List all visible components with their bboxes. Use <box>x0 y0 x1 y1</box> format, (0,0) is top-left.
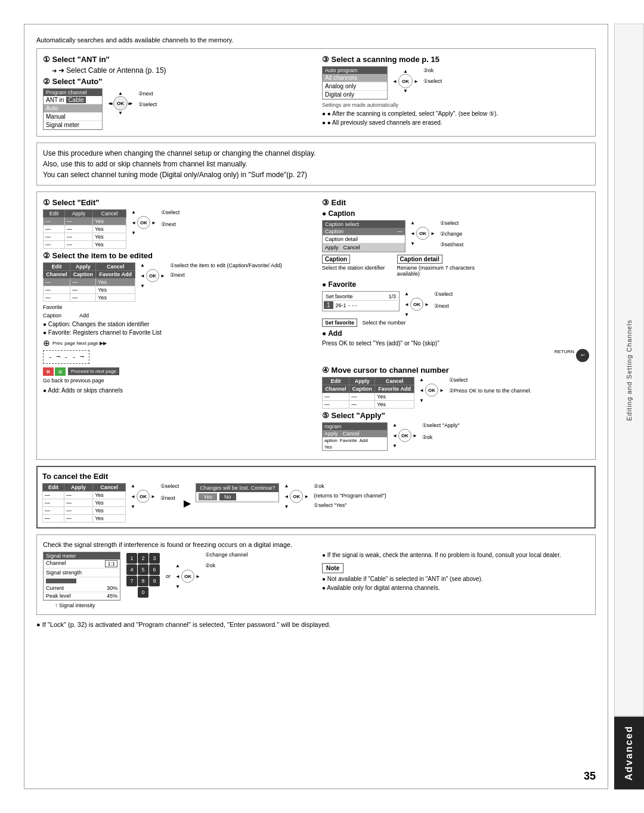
cell-4-2: — <box>64 241 92 249</box>
ok-btn-1[interactable]: OK <box>113 96 128 110</box>
ok-btn-11[interactable]: OK <box>181 570 194 583</box>
return-button[interactable]: ↩ <box>576 349 589 362</box>
step5-apply-ui: rogram Apply Cancel aption Favorite Add <box>322 422 388 451</box>
ant-in-row: ANT in Cable <box>44 96 102 104</box>
favorite-subtitle: ● Favorite <box>322 280 589 289</box>
peak-row: Peak level 45% <box>44 592 120 600</box>
ok-btn-8[interactable]: OK <box>398 429 411 442</box>
c-row-1: — — Yes <box>43 491 126 499</box>
num-3[interactable]: 3 <box>149 553 160 564</box>
weak-signal-note: ● If the signal is weak, check the anten… <box>322 552 589 558</box>
signal-intensity-label: ↑ Signal intensity <box>43 602 310 608</box>
caption-box: Caption Select the station identifier <box>322 255 385 277</box>
r-button[interactable]: R <box>43 367 54 376</box>
c-row-3: — — Yes <box>43 507 126 515</box>
t2r3c2: — <box>70 294 96 302</box>
step2-controls: ▲ ◄ OK ► ▼ <box>140 262 165 289</box>
no-btn[interactable]: No <box>219 493 236 500</box>
t2c3: Yes <box>96 279 135 286</box>
caption-detail-row: Caption detail <box>323 236 405 243</box>
num-5[interactable]: 5 <box>138 564 148 575</box>
step5-title: ⑤ Select "Apply" <box>322 411 589 420</box>
c-row-2: — — Yes <box>43 499 126 507</box>
ok-btn-3[interactable]: OK <box>137 216 150 229</box>
fav-row: 1 26-1 - - - <box>324 301 398 310</box>
auto-left-col: ① Select "ANT in" ➜ Select Cable or Ante… <box>43 55 310 130</box>
signal-header: Signal meter <box>44 552 120 559</box>
step2-annotations: ①select the item to edit (Caption/Favori… <box>170 262 282 278</box>
advanced-label: Advanced <box>614 716 644 789</box>
edit-intro-para3: You can select channel tuning mode (Digi… <box>43 171 589 179</box>
t2r2c1: — <box>44 286 70 294</box>
step2-group: Edit Apply Cancel Channel Caption Favori… <box>43 262 310 302</box>
ok-btn-9[interactable]: OK <box>137 490 150 503</box>
ok-btn-5[interactable]: OK <box>416 227 429 240</box>
cancel-table: Edit Apply Cancel — — Yes — <box>42 483 126 523</box>
ok-control-left: ▲ ◄ OK ► ▼ <box>107 91 134 116</box>
apply-ui: rogram Apply Cancel aption Favorite Add <box>322 422 388 451</box>
proceed-btn[interactable]: Proceed to next page <box>68 367 119 375</box>
ok-btn-10[interactable]: OK <box>290 490 303 503</box>
section-signal: Check the signal strength if interferenc… <box>36 534 596 615</box>
ok-btn-4[interactable]: OK <box>146 269 159 282</box>
table2-row-1: — — Yes <box>44 279 135 286</box>
yes-label: Yes <box>323 444 387 450</box>
cancel-program-table: Edit Apply Cancel — — Yes — <box>42 483 126 523</box>
section-auto-program: ① Select "ANT in" ➜ Select Cable or Ante… <box>36 48 596 137</box>
table-row-4: — — Yes <box>44 241 126 249</box>
cth-edit: Edit <box>43 484 64 491</box>
s4-row-2: — — Yes <box>323 401 414 409</box>
yes-btn[interactable]: Yes <box>199 493 217 500</box>
cell-2-3: Yes <box>93 225 126 233</box>
caption-subtitle: ● Caption <box>322 209 589 218</box>
current-row: Current 30% <box>44 585 120 592</box>
manual-right-col: ③ Edit ● Caption Caption select Caption … <box>322 198 589 453</box>
num-6[interactable]: 6 <box>149 564 160 575</box>
fav-annotations: ①select ②next <box>434 291 453 309</box>
auto-right-col: ③ Select a scanning mode p. 15 Auto prog… <box>322 55 589 130</box>
num-4[interactable]: 4 <box>126 564 137 575</box>
auto-two-col: ① Select "ANT in" ➜ Select Cable or Ante… <box>43 55 589 130</box>
auto-program-group: Auto program All channels Analog only Di… <box>322 66 589 100</box>
caption-desc: ● Caption: Changes the station identifie… <box>43 321 310 327</box>
num-8[interactable]: 8 <box>138 576 148 586</box>
arrow-up: ▲ <box>118 91 123 96</box>
cth-apply: Apply <box>64 484 93 491</box>
go-back-label: Go back to previous page <box>43 378 310 384</box>
annotations-right: ②ok ①select <box>423 67 442 84</box>
step5-controls: ▲ ◄ OK ► ▼ <box>392 422 417 449</box>
ok-btn-6[interactable]: OK <box>410 298 423 311</box>
manual-row: Manual <box>44 113 102 121</box>
step1-table: Edit Apply Cancel — — Yes <box>43 209 126 249</box>
signal-right: ● If the signal is weak, check the anten… <box>322 552 589 608</box>
signal-group: Signal meter Channel 1:1 Signal strength… <box>43 552 310 601</box>
g-button[interactable]: G <box>55 367 66 376</box>
section-cancel: To cancel the Edit Edit Apply Cancel — <box>36 466 596 528</box>
manual-step2-title: ② Select the item to be edited <box>43 251 310 260</box>
section-edit-intro: Use this procedure when changing the cha… <box>36 143 596 186</box>
program-channel-header: Program channel <box>44 89 102 96</box>
ok-btn-7[interactable]: OK <box>425 384 438 397</box>
cell-1-1: — <box>44 218 65 225</box>
right-arrow: ▶ <box>184 497 191 509</box>
step1-group: Edit Apply Cancel — — Yes <box>43 209 310 249</box>
top-instruction: Automatically searches and adds availabl… <box>36 36 596 44</box>
signal-left: Signal meter Channel 1:1 Signal strength… <box>43 552 310 608</box>
num-7[interactable]: 7 <box>126 576 137 586</box>
cancel-controls-2: ▲ ◄ OK ► ▼ <box>284 483 309 509</box>
ok-btn-2[interactable]: OK <box>398 74 413 88</box>
settings-auto-note: Settings are made automatically <box>322 102 589 108</box>
num-0[interactable]: 0 <box>138 587 148 598</box>
t2r2c3: Yes <box>96 286 135 294</box>
th-apply: Apply <box>64 210 92 218</box>
step2-title: ② Select "Auto" <box>43 77 310 86</box>
step3-title: ③ Select a scanning mode p. 15 <box>322 55 589 64</box>
not-available-note: ● Not available if "Cable" is selected i… <box>322 576 589 582</box>
num-9[interactable]: 9 <box>149 576 160 586</box>
content-area: Automatically searches and adds availabl… <box>24 24 608 789</box>
num-1[interactable]: 1 <box>126 553 137 564</box>
th-edit: Edit <box>44 210 65 218</box>
section-manual-edit: ① Select "Edit" Edit Apply Cancel <box>36 191 596 460</box>
num-2[interactable]: 2 <box>138 553 148 564</box>
manual-left-col: ① Select "Edit" Edit Apply Cancel <box>43 198 310 453</box>
